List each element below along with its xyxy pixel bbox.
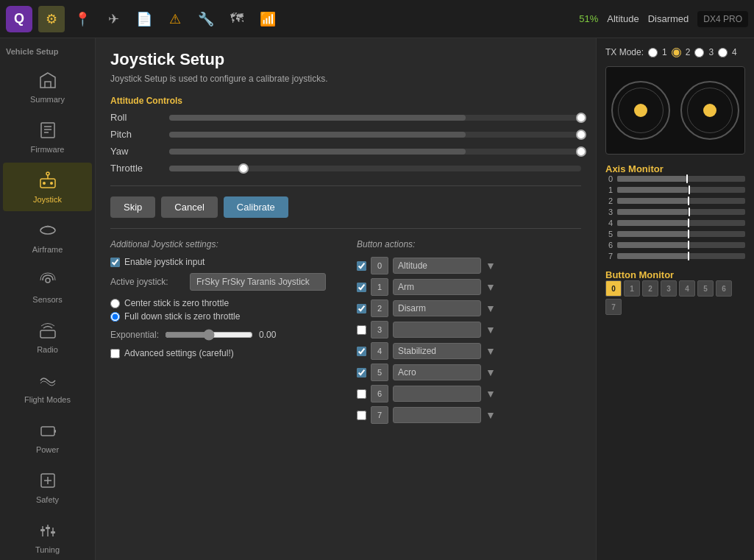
skip-button[interactable]: Skip <box>110 196 155 218</box>
btn-mon-3: 3 <box>661 280 677 297</box>
btn-action-4-num: 4 <box>371 342 388 360</box>
tx-mode-3-radio[interactable] <box>694 48 704 57</box>
tx-mode-3-label[interactable]: 3 <box>708 47 714 57</box>
topbar-status: 51% Altitude Disarmed <box>579 13 689 24</box>
sidebar-item-firmware[interactable]: Firmware <box>3 113 92 161</box>
axis-num-6: 6 <box>605 241 613 249</box>
sidebar-item-sensors[interactable]: Sensors <box>3 263 92 311</box>
btn-action-2-check[interactable] <box>357 304 366 313</box>
fulldown-throttle-radio[interactable] <box>110 312 120 322</box>
active-joystick-select[interactable]: FrSky FrSky Taranis Joystick <box>190 273 326 291</box>
enable-joystick-checkbox[interactable] <box>110 258 120 267</box>
main-content: Joystick Setup Joystick Setup is used to… <box>96 38 596 560</box>
sidebar-item-label: Sensors <box>32 295 62 304</box>
btn-action-3-check[interactable] <box>357 325 366 335</box>
center-throttle-radio[interactable] <box>110 299 120 308</box>
topbar: Q ⚙ 📍 ✈ 📄 ⚠ 🔧 🗺 📶 51% Altitude Disarmed … <box>0 0 754 38</box>
btn-mon-0: 0 <box>605 280 622 297</box>
app-logo[interactable]: Q <box>6 6 32 32</box>
enable-joystick-label[interactable]: Enable joystick input <box>124 257 204 267</box>
btn-action-4-select[interactable]: StabilizedAltitudeArmDisarmAcro <box>393 343 481 359</box>
sidebar-item-safety[interactable]: Safety <box>3 463 92 511</box>
throttle-slider[interactable] <box>169 166 581 171</box>
svg-rect-8 <box>40 330 55 338</box>
sidebar: Vehicle Setup Summary Firmware <box>0 38 96 560</box>
sidebar-item-summary[interactable]: Summary <box>3 63 92 111</box>
location-icon[interactable]: 📍 <box>69 6 96 32</box>
tx-mode-1-label[interactable]: 1 <box>662 47 667 57</box>
attitude-section-label: Attitude Controls <box>110 96 581 106</box>
pitch-row: Pitch <box>110 129 581 140</box>
center-throttle-label[interactable]: Center stick is zero throttle <box>124 298 229 308</box>
btn-action-7-check[interactable] <box>357 411 366 420</box>
btn-action-7-select[interactable]: AltitudeArmDisarm <box>393 407 481 423</box>
sidebar-item-label: Tuning <box>35 545 60 554</box>
yaw-slider[interactable] <box>169 149 581 155</box>
exponential-slider[interactable] <box>165 329 253 341</box>
btn-action-2-select[interactable]: DisarmAltitudeArmStabilizedAcro <box>393 300 481 316</box>
fulldown-throttle-label[interactable]: Full down stick is zero throttle <box>124 311 240 322</box>
btn-action-4-chevron: ▼ <box>486 345 496 357</box>
btn-action-3-select[interactable]: AltitudeArmDisarm <box>393 322 481 338</box>
exponential-label: Exponential: <box>110 330 159 340</box>
svg-point-7 <box>46 278 50 283</box>
btn-action-3-chevron: ▼ <box>486 324 496 336</box>
map-icon[interactable]: 🗺 <box>224 6 250 32</box>
sidebar-item-power[interactable]: Power <box>3 413 92 461</box>
pitch-slider[interactable] <box>169 132 581 138</box>
tx-mode-1-radio[interactable] <box>648 48 658 57</box>
roll-slider[interactable] <box>169 115 581 121</box>
joystick-pad-right <box>680 81 739 140</box>
btn-action-5-select[interactable]: AcroAltitudeArmDisarmStabilized <box>393 364 481 380</box>
brand-logo: DX4 PRO <box>697 11 748 27</box>
page-desc: Joystick Setup is used to configure a ca… <box>110 74 581 84</box>
axis-rows: 0 1 2 <box>605 174 745 260</box>
tx-mode-2-label[interactable]: 2 <box>686 47 691 57</box>
tx-mode-4-radio[interactable] <box>718 48 728 57</box>
settings-icon[interactable]: ⚙ <box>38 6 65 32</box>
tx-mode-row: TX Mode: 1 2 3 4 <box>605 47 745 57</box>
svg-point-4 <box>43 182 46 185</box>
sidebar-item-label: Safety <box>36 495 59 504</box>
calibration-buttons: Skip Cancel Calibrate <box>110 196 581 218</box>
btn-mon-7: 7 <box>605 299 622 315</box>
btn-monitor-title: Button Monitor <box>605 269 745 280</box>
btn-action-1-select[interactable]: ArmAltitudeDisarmStabilizedAcro <box>393 279 481 295</box>
btn-action-1: 1 ArmAltitudeDisarmStabilizedAcro ▼ <box>357 278 581 296</box>
btn-action-5-check[interactable] <box>357 368 366 378</box>
tx-mode-4-label[interactable]: 4 <box>732 47 737 57</box>
axis-num-3: 3 <box>605 208 613 216</box>
axis-bar-0 <box>617 176 745 182</box>
tx-mode-2-radio[interactable] <box>672 48 681 57</box>
firmware-icon <box>38 120 58 142</box>
send-icon[interactable]: ✈ <box>100 6 127 32</box>
btn-action-6: 6 AltitudeArmDisarm ▼ <box>357 385 581 403</box>
axis-num-0: 0 <box>605 174 613 183</box>
battery-status: 51% <box>579 13 598 24</box>
axis-row-0: 0 <box>605 174 745 183</box>
sidebar-item-joystick[interactable]: Joystick <box>3 163 92 211</box>
sensors-icon <box>38 270 58 292</box>
btn-action-1-check[interactable] <box>357 283 366 292</box>
btn-action-1-num: 1 <box>371 278 388 296</box>
btn-action-6-check[interactable] <box>357 389 366 399</box>
signal-icon[interactable]: 📶 <box>255 6 281 32</box>
calibrate-button[interactable]: Calibrate <box>224 196 288 218</box>
wrench-icon[interactable]: 🔧 <box>193 6 219 32</box>
sidebar-header: Vehicle Setup <box>0 44 95 62</box>
btn-action-4-check[interactable] <box>357 347 366 356</box>
throttle-mode-group: Center stick is zero throttle Full down … <box>110 298 335 322</box>
log-icon[interactable]: 📄 <box>131 6 157 32</box>
sidebar-item-flightmodes[interactable]: Flight Modes <box>3 363 92 411</box>
warning-icon[interactable]: ⚠ <box>162 6 188 32</box>
sidebar-item-tuning[interactable]: Tuning <box>3 513 92 560</box>
advanced-settings-checkbox[interactable] <box>110 349 120 358</box>
sidebar-item-radio[interactable]: Radio <box>3 313 92 361</box>
btn-action-0-select[interactable]: AltitudeArmDisarmStabilizedAcro <box>393 258 481 274</box>
btn-action-0-check[interactable] <box>357 261 366 271</box>
cancel-button[interactable]: Cancel <box>161 196 217 218</box>
roll-label: Roll <box>110 112 169 123</box>
advanced-settings-label[interactable]: Advanced settings (careful!) <box>124 348 234 358</box>
sidebar-item-airframe[interactable]: Airframe <box>3 213 92 261</box>
btn-action-6-select[interactable]: AltitudeArmDisarm <box>393 386 481 402</box>
